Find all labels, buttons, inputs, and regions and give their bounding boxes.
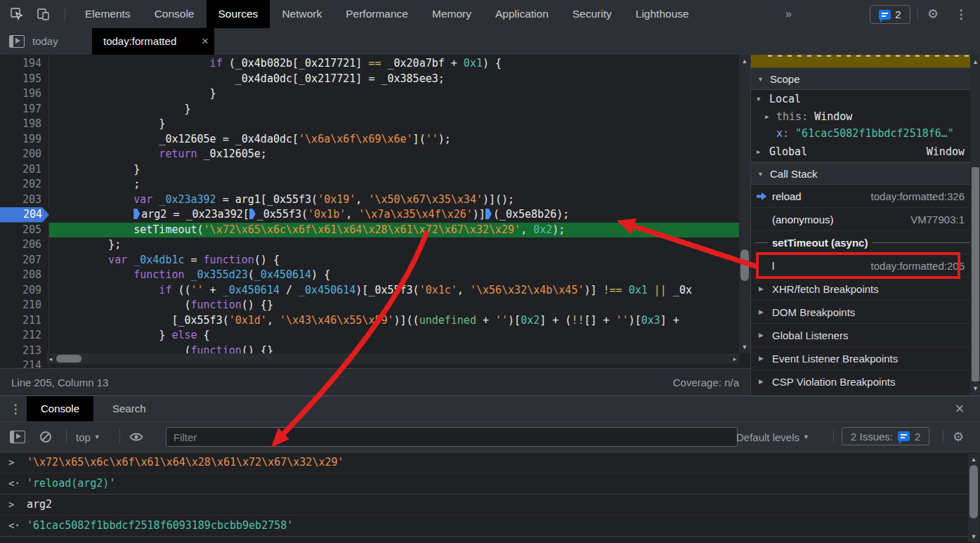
line-number-202[interactable]: 202 — [0, 177, 49, 192]
console-settings-gear-icon[interactable]: ⚙ — [953, 428, 964, 446]
line-number-209[interactable]: 209 — [0, 283, 49, 299]
line-number-213[interactable]: 213 — [0, 344, 49, 359]
line-number-208[interactable]: 208 — [0, 268, 49, 283]
tab-memory[interactable]: Memory — [420, 0, 483, 28]
console-message-input[interactable]: >'\x72\x65\x6c\x6f\x61\x64\x28\x61\x72\x… — [0, 452, 968, 473]
console-message-result[interactable]: <·'reload(arg2)' — [0, 473, 968, 495]
console-message-input[interactable]: >arg2 — [0, 495, 968, 516]
tab-elements[interactable]: Elements — [73, 0, 143, 28]
code-content-207[interactable]: var _0x4db1c = function() { — [49, 253, 739, 268]
drawer-menu-icon[interactable]: ⋮ — [7, 400, 24, 417]
line-number-201[interactable]: 201 — [0, 162, 49, 178]
code-content-200[interactable]: return _0x12605e; — [49, 147, 739, 162]
sidebar-scroll-thumb[interactable] — [972, 167, 979, 381]
console-messages[interactable]: >'\x72\x65\x6c\x6f\x61\x64\x28\x61\x72\x… — [0, 452, 968, 543]
frame-location[interactable]: today:formatted:205 — [871, 254, 965, 277]
code-content-201[interactable]: } — [49, 162, 739, 178]
line-number-203[interactable]: 203 — [0, 192, 49, 208]
code-content-199[interactable]: _0x12605e = _0x4da0dc['\x6a\x6f\x69\x6e'… — [49, 132, 739, 148]
code-content-204[interactable]: arg2 = _0x23a392[_0x55f3('0x1b', '\x7a\x… — [49, 207, 739, 223]
line-number-212[interactable]: 212 — [0, 328, 49, 344]
tab-network[interactable]: Network — [270, 0, 334, 28]
log-levels-selector[interactable]: Default levels ▼ — [736, 428, 809, 446]
inline-step-marker[interactable] — [133, 209, 140, 219]
code-content-202[interactable]: ; — [49, 177, 739, 192]
line-number-195[interactable]: 195 — [0, 72, 49, 87]
callstack-frame-l[interactable]: ltoday:formatted:205 — [751, 254, 980, 277]
code-content-208[interactable]: function _0x355d23(_0x450614) { — [49, 268, 739, 283]
tab-application[interactable]: Application — [483, 0, 561, 28]
console-message-result[interactable]: <·'61cac5082f1bbdcf2518f6093189cbcbb9eb2… — [0, 516, 968, 537]
tab-lighthouse[interactable]: Lighthouse — [624, 0, 701, 28]
show-navigator-icon[interactable] — [8, 33, 25, 50]
console-scrollbar[interactable]: ▲ ▼ — [968, 454, 979, 542]
close-drawer-icon[interactable]: × — [951, 400, 968, 417]
device-toolbar-icon[interactable] — [35, 6, 52, 22]
scope-local[interactable]: ▼ Local — [751, 90, 980, 108]
line-number-196[interactable]: 196 — [0, 86, 49, 102]
inspect-icon[interactable] — [8, 6, 25, 22]
code-content-210[interactable]: (function() {} — [49, 298, 739, 313]
vscroll-thumb[interactable] — [740, 249, 749, 281]
inline-step-marker[interactable] — [485, 209, 492, 219]
sidebar-section-global-listeners[interactable]: ▶Global Listeners — [751, 324, 980, 347]
code-content-203[interactable]: var _0x23a392 = arg1[_0x55f3('0x19', '\x… — [49, 192, 739, 208]
code-content-197[interactable]: } — [49, 102, 739, 117]
console-filter-input[interactable] — [166, 427, 738, 447]
sidebar-section-xhr-fetch-breakpoints[interactable]: ▶XHR/fetch Breakpoints — [751, 277, 980, 301]
line-number-200[interactable]: 200 — [0, 147, 49, 162]
sidebar-section-dom-breakpoints[interactable]: ▶DOM Breakpoints — [751, 301, 980, 324]
settings-gear-icon[interactable]: ⚙ — [925, 6, 941, 22]
line-number-207[interactable]: 207 — [0, 253, 49, 268]
vertical-scrollbar[interactable]: ▲ ▼ — [739, 55, 750, 353]
scope-this[interactable]: ▶ this: Window — [751, 108, 980, 125]
tab-sources[interactable]: Sources — [207, 0, 270, 28]
tab-console[interactable]: Console — [27, 396, 93, 421]
callstack-frame-reload[interactable]: reloadtoday:formatted:326 — [751, 185, 980, 208]
scope-global[interactable]: ▶ Global Window — [751, 142, 980, 162]
hscroll-thumb[interactable] — [56, 355, 81, 362]
line-number-198[interactable]: 198 — [0, 117, 49, 132]
clear-console-icon[interactable] — [39, 428, 52, 446]
frame-location[interactable]: today:formatted:326 — [871, 185, 965, 208]
tab-performance[interactable]: Performance — [334, 0, 420, 28]
source-editor[interactable]: 194if (_0x4b082b[_0x217721] == _0x20a7bf… — [0, 55, 750, 368]
main-menu-icon[interactable]: ⋮ — [953, 6, 969, 22]
code-content-212[interactable]: } else { — [49, 328, 739, 344]
code-content-206[interactable]: }; — [49, 237, 739, 253]
line-number-206[interactable]: 206 — [0, 237, 49, 253]
scope-x[interactable]: x: "61cac5082f1bbdcf2518f6…" — [751, 125, 980, 142]
code-content-211[interactable]: [_0x55f3('0x1d', '\x43\x46\x55\x59')]((u… — [49, 313, 739, 329]
file-tab-today[interactable]: today — [32, 28, 58, 55]
scope-section-header[interactable]: ▼ Scope — [751, 67, 980, 90]
console-issues-button[interactable]: 2 Issues: 2 — [842, 427, 929, 445]
sidebar-section-csp-violation-breakpoints[interactable]: ▶CSP Violation Breakpoints — [751, 370, 980, 393]
console-scroll-thumb[interactable] — [969, 465, 978, 518]
code-content-209[interactable]: if (('' + _0x450614 / _0x450614)[_0x55f3… — [49, 283, 739, 299]
line-number-197[interactable]: 197 — [0, 102, 49, 117]
code-content-205[interactable]: setTimeout('\x72\x65\x6c\x6f\x61\x64\x28… — [49, 223, 739, 238]
line-number-204[interactable]: 204 — [0, 207, 49, 223]
close-tab-icon[interactable]: × — [196, 28, 214, 55]
code-content-194[interactable]: if (_0x4b082b[_0x217721] == _0x20a7bf + … — [49, 56, 739, 72]
callstack-frame-anonymous[interactable]: (anonymous)VM77903:1 — [751, 208, 980, 231]
line-number-211[interactable]: 211 — [0, 313, 49, 329]
code-content-195[interactable]: _0x4da0dc[_0x217721] = _0x385ee3; — [49, 72, 739, 87]
tab-security[interactable]: Security — [561, 0, 624, 28]
live-expression-eye-icon[interactable] — [129, 428, 143, 446]
horizontal-scrollbar[interactable]: ◂ ▸ — [46, 353, 739, 364]
line-number-194[interactable]: 194 — [0, 56, 49, 72]
inline-step-marker[interactable] — [249, 209, 256, 219]
issues-badge[interactable]: 2 — [870, 5, 910, 24]
file-tab-today-formatted[interactable]: today:formatted × — [92, 28, 214, 55]
sidebar-scrollbar[interactable]: ▲ ▼ — [970, 55, 980, 395]
callstack-section-header[interactable]: ▼ Call Stack — [751, 162, 980, 185]
context-selector[interactable]: top ▼ — [76, 428, 100, 446]
frame-location[interactable]: VM77903:1 — [910, 208, 965, 231]
more-tabs-chevron[interactable]: » — [778, 0, 799, 28]
tab-console[interactable]: Console — [143, 0, 207, 28]
code-content-196[interactable]: } — [49, 86, 739, 102]
show-console-sidebar-icon[interactable] — [10, 428, 25, 446]
code-content-198[interactable]: } — [49, 117, 739, 132]
line-number-210[interactable]: 210 — [0, 298, 49, 313]
